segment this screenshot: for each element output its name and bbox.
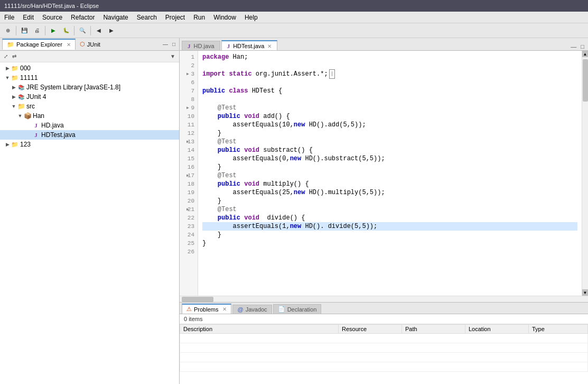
- menu-item-source[interactable]: Source: [38, 12, 67, 23]
- line-num-22: 22: [180, 214, 198, 222]
- javadoc-tab[interactable]: @ Javadoc: [232, 305, 272, 314]
- maximize-editor-button[interactable]: □: [579, 43, 586, 50]
- problems-tab[interactable]: ⚠ Problems ✕: [182, 304, 231, 314]
- scroll-down-button[interactable]: ▼: [582, 289, 589, 296]
- link-editor-button[interactable]: ⇄: [11, 53, 18, 60]
- code-line-6: [202, 78, 577, 87]
- view-menu-button[interactable]: ▼: [169, 53, 177, 60]
- code-editor[interactable]: 1 2 3▶ 6 7 8 9▶ 10 11 12 13▶ 14 15 16 17…: [180, 51, 588, 296]
- tree-item-han[interactable]: ▼ 📦 Han: [0, 111, 179, 121]
- hdtest-java-tab[interactable]: J HDTest.java ✕: [221, 40, 278, 50]
- project-icon-000: 📁: [11, 64, 19, 72]
- collapse-all-button[interactable]: ⤢: [2, 53, 10, 60]
- junit-tab[interactable]: ⬡ JUnit: [76, 39, 105, 49]
- tree-label-junit4: JUnit 4: [26, 93, 46, 100]
- menu-item-navigate[interactable]: Navigate: [99, 12, 132, 23]
- tree-label-hd-java: HD.java: [41, 122, 64, 129]
- save-button[interactable]: 💾: [18, 25, 30, 36]
- problems-tab-label: Problems: [194, 306, 218, 313]
- problems-col-path: Path: [402, 325, 465, 334]
- project-icon-11111: 📁: [11, 74, 19, 82]
- maximize-panel-button[interactable]: □: [171, 41, 177, 48]
- javadoc-tab-label: Javadoc: [246, 306, 267, 313]
- package-icon-han: 📦: [23, 112, 32, 120]
- line-numbers: 1 2 3▶ 6 7 8 9▶ 10 11 12 13▶ 14 15 16 17…: [180, 51, 198, 296]
- code-content[interactable]: package Han; import static org.junit.Ass…: [198, 51, 582, 296]
- line-num-6: 6: [180, 78, 198, 87]
- javafile-icon-hd: J: [32, 121, 40, 130]
- package-explorer-tab[interactable]: 📁 Package Explorer ✕: [2, 39, 76, 50]
- menu-item-file[interactable]: File: [0, 12, 18, 23]
- run-button[interactable]: ▶: [48, 25, 59, 36]
- line-num-18: 18: [180, 180, 198, 188]
- debug-button[interactable]: 🐛: [60, 25, 72, 36]
- minimize-editor-button[interactable]: —: [569, 43, 578, 50]
- code-line-24: }: [202, 231, 577, 239]
- tree-item-hdtest-java[interactable]: J HDTest.java: [0, 130, 179, 140]
- main-area: 📁 Package Explorer ✕ ⬡ JUnit — □ ⤢ ⇄ ▼: [0, 38, 588, 384]
- line-num-20: 20: [180, 197, 198, 205]
- close-hdtest-tab[interactable]: ✕: [267, 43, 272, 49]
- menu-item-run[interactable]: Run: [189, 12, 209, 23]
- horizontal-scroll-thumb[interactable]: [182, 297, 213, 302]
- menu-item-project[interactable]: Project: [161, 12, 189, 23]
- tree-arrow-11111[interactable]: ▼: [4, 75, 11, 80]
- tree-arrow-junit4[interactable]: ▶: [11, 94, 17, 99]
- menu-item-window[interactable]: Window: [209, 12, 240, 23]
- problems-empty-row-1: [180, 334, 588, 343]
- menu-item-edit[interactable]: Edit: [18, 12, 38, 23]
- tree-item-src[interactable]: ▼ 📁 src: [0, 102, 179, 111]
- tree-arrow-src[interactable]: ▼: [11, 104, 17, 109]
- tree-item-123[interactable]: ▶ 📁 123: [0, 140, 179, 149]
- code-line-17: @Test: [202, 171, 577, 180]
- code-line-26: [202, 248, 577, 256]
- back-button[interactable]: ◀: [93, 25, 105, 36]
- menu-item-help[interactable]: Help: [240, 12, 262, 23]
- tree-arrow-han[interactable]: ▼: [17, 113, 23, 118]
- print-button[interactable]: 🖨: [31, 25, 43, 36]
- menu-item-refactor[interactable]: Refactor: [67, 12, 99, 23]
- vertical-scrollbar[interactable]: ▲ ▼: [582, 51, 588, 296]
- scroll-up-button[interactable]: ▲: [582, 51, 589, 57]
- code-line-11: assertEquals(10,new HD().add(5,5));: [202, 121, 577, 129]
- tree-label-000: 000: [20, 65, 31, 72]
- close-problems-tab[interactable]: ✕: [222, 306, 227, 312]
- tree-item-hd-java[interactable]: J HD.java: [0, 121, 179, 130]
- project-icon-123: 📁: [11, 140, 19, 149]
- line-num-3: 3▶: [180, 70, 198, 78]
- tree-label-11111: 11111: [20, 74, 38, 81]
- tree-label-hdtest-java: HDTest.java: [41, 131, 76, 139]
- line-num-13: 13▶: [180, 138, 198, 146]
- tree-item-junit4[interactable]: ▶ 📚 JUnit 4: [0, 92, 179, 102]
- code-line-13: @Test: [202, 138, 577, 146]
- tree-item-000[interactable]: ▶ 📁 000: [0, 63, 179, 73]
- tree-item-jre[interactable]: ▶ 📚 JRE System Library [JavaSE-1.8]: [0, 83, 179, 92]
- close-package-explorer[interactable]: ✕: [67, 42, 71, 48]
- menu-item-search[interactable]: Search: [133, 12, 161, 23]
- hdtest-tab-label: HDTest.java: [233, 43, 264, 49]
- code-line-18: public void multiply() {: [202, 180, 577, 188]
- code-line-15: assertEquals(0,new HD().substract(5,5));: [202, 154, 577, 163]
- srcfolder-icon: 📁: [17, 102, 25, 111]
- minimize-panel-button[interactable]: —: [161, 41, 170, 48]
- tree-item-11111[interactable]: ▼ 📁 11111: [0, 73, 179, 83]
- search-button[interactable]: 🔍: [77, 25, 88, 36]
- forward-button[interactable]: ▶: [106, 25, 117, 36]
- declaration-tab[interactable]: 📄 Declaration: [273, 304, 322, 314]
- code-line-12: }: [202, 129, 577, 138]
- code-line-14: public void substract() {: [202, 146, 577, 154]
- scroll-thumb[interactable]: [583, 59, 588, 102]
- tree-arrow-jre[interactable]: ▶: [11, 85, 17, 90]
- code-line-20: }: [202, 197, 577, 205]
- tree-arrow-000[interactable]: ▶: [4, 66, 11, 71]
- code-line-7: public class HDTest {: [202, 87, 577, 95]
- package-explorer-label: Package Explorer: [16, 41, 62, 48]
- code-line-1: package Han;: [202, 53, 577, 61]
- tree-arrow-123[interactable]: ▶: [4, 142, 11, 147]
- hd-java-tab[interactable]: J HD.java: [182, 41, 220, 50]
- new-button[interactable]: ⊕: [2, 25, 14, 36]
- line-num-10: 10: [180, 112, 198, 121]
- line-num-9: 9▶: [180, 104, 198, 112]
- tree-label-jre: JRE System Library [JavaSE-1.8]: [26, 84, 120, 91]
- horizontal-scrollbar[interactable]: [180, 296, 588, 302]
